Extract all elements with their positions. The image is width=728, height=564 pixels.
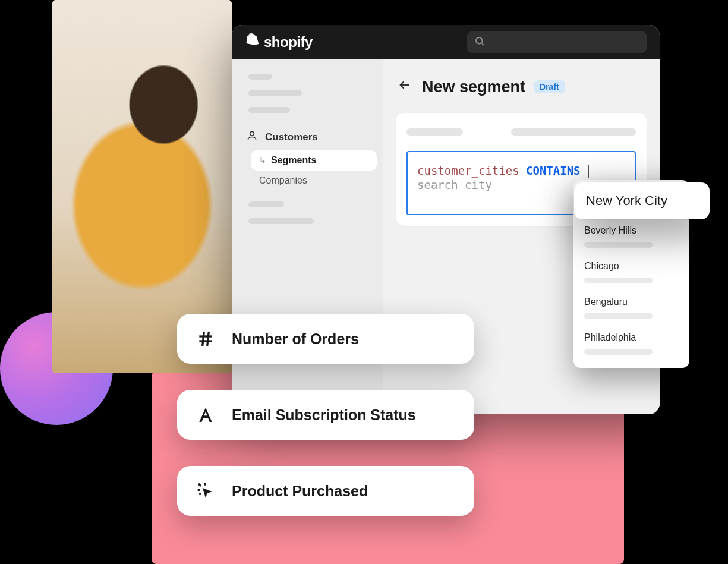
svg-point-2	[250, 131, 254, 136]
sidebar-item-label: Customers	[265, 131, 318, 143]
dropdown-item[interactable]: Bengaluru	[573, 289, 689, 310]
sub-arrow-icon: ↳	[259, 156, 266, 165]
dropdown-item-label: Chicago	[584, 261, 619, 271]
svg-line-8	[198, 484, 201, 486]
shopify-bag-icon	[245, 32, 259, 52]
dropdown-item-subtext-skeleton	[584, 242, 653, 248]
cursor-click-icon	[195, 480, 216, 502]
criteria-label: Email Subscription Status	[232, 407, 416, 424]
svg-line-6	[203, 332, 204, 346]
sidebar-item-label: Segments	[271, 155, 316, 166]
text-cursor	[588, 165, 589, 178]
brand-logo: shopify	[245, 32, 313, 52]
hash-icon	[195, 328, 216, 349]
text-type-icon	[195, 404, 216, 426]
page-title: New segment	[422, 78, 525, 96]
dropdown-item-subtext-skeleton	[584, 349, 653, 355]
svg-line-7	[207, 332, 209, 346]
search-icon	[474, 36, 485, 49]
sidebar-item-companies[interactable]: Companies	[251, 171, 377, 191]
page-header: New segment Draft	[396, 77, 647, 96]
dropdown-item-label: Philadelphia	[584, 332, 636, 342]
sidebar-item-label: Companies	[259, 175, 307, 186]
toolbar-skeleton	[406, 128, 463, 136]
dropdown-item-subtext-skeleton	[584, 278, 653, 283]
query-field-token: customer_cities	[417, 164, 519, 177]
toolbar-divider	[487, 124, 487, 140]
sidebar-skeleton	[248, 201, 284, 207]
query-operator-token: CONTAINS	[526, 164, 581, 177]
query-placeholder: search city	[417, 178, 492, 191]
criteria-card-orders[interactable]: Number of Orders	[177, 314, 474, 364]
sidebar-item-segments[interactable]: ↳ Segments	[251, 150, 377, 171]
app-header: shopify	[232, 25, 660, 59]
sidebar-skeleton	[248, 218, 314, 224]
svg-point-0	[476, 37, 483, 44]
sidebar-skeleton	[248, 74, 272, 80]
dropdown-item-subtext-skeleton	[584, 313, 653, 319]
sidebar-item-customers[interactable]: Customers	[238, 124, 377, 150]
person-icon	[246, 130, 258, 144]
criteria-label: Product Purchased	[232, 483, 368, 500]
criteria-card-product[interactable]: Product Purchased	[177, 466, 474, 516]
status-badge: Draft	[534, 80, 565, 93]
global-search-input[interactable]	[467, 31, 647, 53]
criteria-label: Number of Orders	[232, 330, 359, 348]
dropdown-item[interactable]: Chicago	[573, 254, 689, 274]
criteria-card-email[interactable]: Email Subscription Status	[177, 390, 474, 440]
sidebar-skeleton	[248, 90, 302, 96]
dropdown-highlighted-item[interactable]: New York City	[574, 182, 710, 219]
sidebar-skeleton	[248, 107, 290, 113]
brand-name: shopify	[264, 34, 313, 51]
dropdown-item[interactable]: Philadelphia	[573, 325, 689, 345]
back-button[interactable]	[396, 77, 414, 96]
card-toolbar	[406, 124, 636, 140]
svg-line-11	[199, 493, 201, 495]
dropdown-item-label: New York City	[586, 193, 667, 208]
dropdown-item-label: Bengaluru	[584, 297, 628, 307]
dropdown-item-label: Beverly Hills	[584, 225, 636, 235]
svg-line-1	[481, 43, 483, 45]
toolbar-skeleton	[511, 128, 636, 136]
